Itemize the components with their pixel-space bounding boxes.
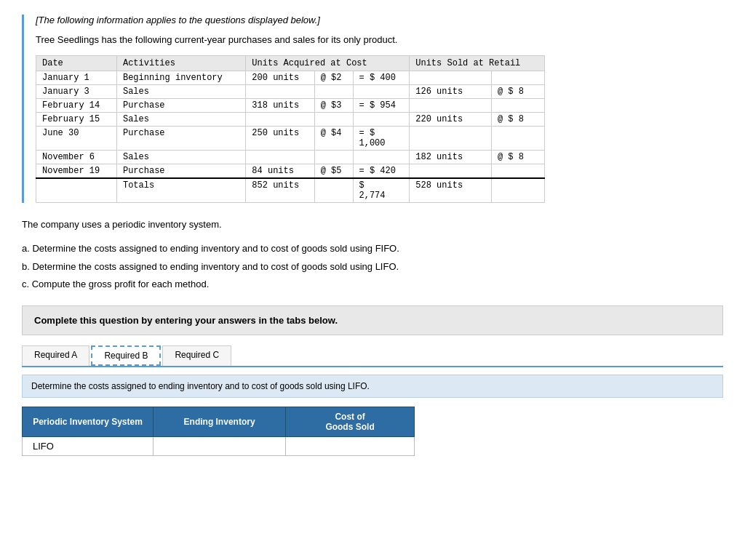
retail-cell [491,127,544,151]
activity-cell: Purchase [116,127,245,151]
retail-cell [491,99,544,113]
at-cell [314,113,353,127]
at-cell: @ $5 [314,164,353,179]
cogs-cell[interactable] [286,437,415,456]
tab-a-label: Required A [34,350,77,360]
col-ending-header: Ending Inventory [154,407,286,437]
table-row: June 30 Purchase 250 units @ $4 = $1,000 [36,127,545,151]
cost-cell: = $1,000 [353,127,410,151]
complete-box-text: Complete this question by entering your … [34,315,338,326]
cost-cell: $2,774 [353,178,410,203]
instruction-text: Determine the costs assigned to ending i… [31,381,370,391]
question-b: b. Determine the costs assigned to endin… [22,260,723,275]
date-cell: February 15 [36,113,117,127]
complete-box: Complete this question by entering your … [22,305,723,335]
units-acq-cell: 852 units [246,178,314,203]
col-units-sold: Units Sold at Retail [410,56,545,71]
cost-cell: = $ 400 [353,71,410,85]
activity-cell: Totals [116,178,245,203]
activity-cell: Sales [116,151,245,164]
cost-cell [353,113,410,127]
date-cell: November 19 [36,164,117,179]
activity-cell: Purchase [116,99,245,113]
retail-cell [491,71,544,85]
cogs-input[interactable] [296,441,404,452]
date-cell: January 3 [36,85,117,99]
col-activities: Activities [116,56,245,71]
table-row: November 6 Sales 182 units @ $ 8 [36,151,545,164]
units-acq-cell [246,85,314,99]
retail-cell: @ $ 8 [491,85,544,99]
col-periodic-header: Periodic Inventory System [23,407,154,437]
units-sold-cell: 220 units [410,113,492,127]
units-acq-cell: 200 units [246,71,314,85]
inventory-table: Date Activities Units Acquired at Cost U… [36,55,545,203]
ending-inventory-cell[interactable] [154,437,286,456]
units-sold-cell [410,71,492,85]
retail-cell [491,178,544,203]
question-c: c. Compute the gross profit for each met… [22,277,723,292]
units-acq-cell [246,151,314,164]
units-acq-cell [246,113,314,127]
table-row: February 14 Purchase 318 units @ $3 = $ … [36,99,545,113]
cost-cell [353,151,410,164]
tab-required-a[interactable]: Required A [22,345,89,366]
totals-row: Totals 852 units $2,774 528 units [36,178,545,203]
date-cell: February 14 [36,99,117,113]
answer-table: Periodic Inventory System Ending Invento… [22,407,415,456]
at-cell: @ $3 [314,99,353,113]
cost-cell: = $ 954 [353,99,410,113]
at-cell [314,85,353,99]
retail-cell [491,164,544,179]
activity-cell: Sales [116,85,245,99]
cost-cell [353,85,410,99]
lifo-label-cell: LIFO [23,437,154,456]
at-cell [314,178,353,203]
instruction-row: Determine the costs assigned to ending i… [22,375,723,398]
activity-cell: Purchase [116,164,245,179]
col-cogs-header: Cost ofGoods Sold [286,407,415,437]
left-border-section: [The following information applies to th… [22,15,723,203]
description: Tree Seedlings has the following current… [36,34,723,45]
tab-required-c[interactable]: Required C [162,345,231,366]
retail-cell: @ $ 8 [491,151,544,164]
table-row: January 1 Beginning inventory 200 units … [36,71,545,85]
date-cell: January 1 [36,71,117,85]
date-cell [36,178,117,203]
date-cell: November 6 [36,151,117,164]
tab-b-label: Required B [104,351,148,361]
units-sold-cell [410,164,492,179]
intro-italic: [The following information applies to th… [36,15,723,25]
date-cell: June 30 [36,127,117,151]
at-cell: @ $4 [314,127,353,151]
units-sold-cell: 528 units [410,178,492,203]
activity-cell: Beginning inventory [116,71,245,85]
units-acq-cell: 84 units [246,164,314,179]
table-row: January 3 Sales 126 units @ $ 8 [36,85,545,99]
question-a: a. Determine the costs assigned to endin… [22,241,723,257]
table-row: November 19 Purchase 84 units @ $5 = $ 4… [36,164,545,179]
activity-cell: Sales [116,113,245,127]
units-sold-cell: 126 units [410,85,492,99]
retail-cell: @ $ 8 [491,113,544,127]
tab-b-content: Determine the costs assigned to ending i… [22,367,723,463]
questions-section: a. Determine the costs assigned to endin… [22,241,723,292]
tab-required-b[interactable]: Required B [91,345,161,366]
at-cell [314,151,353,164]
tab-c-label: Required C [175,350,219,360]
units-sold-cell: 182 units [410,151,492,164]
units-sold-cell [410,99,492,113]
units-acq-cell: 250 units [246,127,314,151]
tabs-row: Required A Required B Required C [22,345,723,367]
units-sold-cell [410,127,492,151]
units-acq-cell: 318 units [246,99,314,113]
answer-row-lifo: LIFO [23,437,415,456]
col-date: Date [36,56,117,71]
col-units-acquired: Units Acquired at Cost [246,56,410,71]
table-row: February 15 Sales 220 units @ $ 8 [36,113,545,127]
at-cell: @ $2 [314,71,353,85]
ending-inventory-input[interactable] [164,441,275,452]
periodic-system-text: The company uses a periodic inventory sy… [22,217,723,233]
cost-cell: = $ 420 [353,164,410,179]
